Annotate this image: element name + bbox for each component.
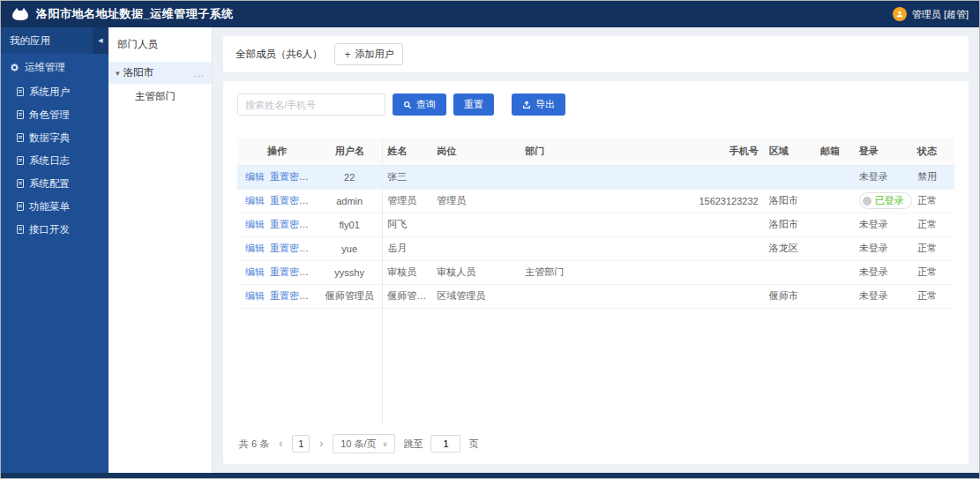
column-header: 操作 [237, 138, 317, 165]
user-table-card: 查询 重置 导出 [223, 81, 969, 464]
column-header: 姓名 [382, 138, 431, 165]
cell-phone [662, 236, 764, 260]
ops-section-label: 运维管理 [25, 61, 65, 74]
delete-link[interactable]: 删除 [314, 290, 317, 301]
edit-link[interactable]: 编辑 [245, 195, 265, 206]
reset-button-label: 重置 [464, 98, 483, 111]
delete-link[interactable]: 删除 [314, 171, 317, 182]
caret-down-icon[interactable]: ▾ [116, 69, 120, 78]
sidebar: 我的应用 ◀ 运维管理 系统用户角色管理数据字典系统日志系统配置功能菜单接口开发 [1, 27, 108, 473]
cell-phone [662, 260, 764, 284]
reset-password-link[interactable]: 重置密码 [270, 195, 309, 206]
sidebar-section-ops-management[interactable]: 运维管理 [1, 54, 108, 80]
sidebar-item-2[interactable]: 数据字典 [1, 126, 108, 149]
delete-link[interactable]: 删除 [314, 243, 317, 253]
search-toolbar: 查询 重置 导出 [237, 94, 954, 116]
reset-password-link[interactable]: 重置密码 [270, 243, 309, 253]
sidebar-item-label: 系统用户 [29, 86, 70, 99]
sidebar-item-3[interactable]: 系统日志 [1, 149, 108, 172]
sidebar-item-0[interactable]: 系统用户 [1, 80, 108, 103]
cell-post: 管理员 [431, 189, 520, 213]
sidebar-item-label: 接口开发 [29, 223, 70, 236]
page-size-select[interactable]: 10 条/页 ∨ [333, 434, 395, 453]
cell-email [815, 284, 854, 308]
column-header: 岗位 [431, 138, 520, 165]
sidebar-item-5[interactable]: 功能菜单 [1, 195, 108, 218]
next-page-button[interactable]: › [318, 438, 325, 450]
tree-node-dept[interactable]: 主管部门 [108, 84, 212, 109]
tree-node-city[interactable]: ▾ 洛阳市 ... [108, 62, 212, 84]
department-panel: 部门人员 ▾ 洛阳市 ... 主管部门 [108, 27, 213, 473]
query-button[interactable]: 查询 [393, 94, 446, 116]
cell-login: 未登录 [854, 236, 912, 260]
prev-page-button[interactable]: ‹ [277, 438, 284, 450]
cell-dept [520, 165, 661, 189]
cell-dept [520, 284, 661, 308]
delete-link[interactable]: 删除 [314, 266, 317, 277]
search-input[interactable] [237, 94, 385, 116]
sidebar-item-label: 角色管理 [29, 109, 70, 122]
edit-link[interactable]: 编辑 [245, 171, 265, 182]
add-user-button[interactable]: + 添加用户 [334, 43, 403, 65]
table-container: 操作用户名姓名岗位部门手机号区域邮箱登录状态 编辑重置密码删除22张三未登录禁用… [237, 138, 954, 425]
sidebar-item-label: 功能菜单 [29, 200, 70, 213]
total-count-label: 共 6 条 [239, 438, 269, 451]
cell-username: 22 [317, 165, 382, 189]
document-icon [17, 225, 24, 234]
cell-status: 禁用 [912, 165, 954, 189]
tree-node-city-label: 洛阳市 [123, 66, 154, 79]
reset-password-link[interactable]: 重置密码 [270, 219, 309, 229]
user-menu[interactable]: 管理员 [超管] [893, 7, 969, 21]
cell-username: 偃师管理员 [317, 284, 382, 308]
edit-link[interactable]: 编辑 [245, 219, 265, 229]
members-count-label: 全部成员（共6人） [236, 48, 322, 61]
sidebar-item-4[interactable]: 系统配置 [1, 172, 108, 195]
column-header: 状态 [912, 138, 954, 165]
avatar [893, 7, 907, 21]
reset-password-link[interactable]: 重置密码 [270, 290, 309, 301]
reset-password-link[interactable]: 重置密码 [270, 266, 309, 277]
login-toggle[interactable]: 已登录 [859, 192, 912, 209]
cell-status: 正常 [912, 284, 954, 308]
jump-label: 跳至 [403, 438, 423, 451]
sidebar-item-6[interactable]: 接口开发 [1, 218, 108, 241]
app-logo-icon [11, 7, 29, 21]
cell-username: yue [317, 236, 382, 260]
more-options-icon[interactable]: ... [193, 68, 205, 79]
cell-email [815, 236, 854, 260]
page-number-button[interactable]: 1 [292, 435, 310, 453]
export-button[interactable]: 导出 [512, 94, 565, 116]
cell-email [815, 165, 854, 189]
edit-link[interactable]: 编辑 [245, 290, 265, 301]
cell-dept [520, 213, 661, 236]
cell-name: 岳月 [382, 236, 431, 260]
edit-link[interactable]: 编辑 [245, 266, 265, 277]
cell-login: 未登录 [854, 213, 912, 236]
jump-page-input[interactable] [430, 435, 460, 453]
cell-actions: 编辑重置密码删除 [237, 260, 317, 284]
document-icon [17, 110, 24, 119]
cell-post [431, 236, 520, 260]
app-window: 洛阳市地名地址数据_运维管理子系统 管理员 [超管] 我的应用 ◀ 运维管理 系… [0, 0, 980, 479]
reset-button[interactable]: 重置 [453, 94, 494, 116]
cell-login: 未登录 [854, 260, 912, 284]
edit-link[interactable]: 编辑 [245, 243, 265, 253]
reset-password-link[interactable]: 重置密码 [270, 171, 309, 182]
cell-actions: 编辑重置密码删除 [237, 165, 317, 189]
document-icon [17, 87, 24, 96]
cell-login: 未登录 [854, 165, 912, 189]
sidebar-my-apps[interactable]: 我的应用 ◀ [1, 27, 108, 54]
export-icon [522, 101, 531, 109]
query-button-label: 查询 [416, 98, 436, 111]
delete-link[interactable]: 删除 [314, 219, 317, 229]
collapse-sidebar-icon[interactable]: ◀ [93, 27, 108, 54]
cell-phone [662, 165, 764, 189]
members-toolbar: 全部成员（共6人） + 添加用户 [223, 36, 969, 72]
sidebar-item-label: 系统配置 [29, 177, 70, 191]
document-icon [17, 156, 24, 165]
sidebar-item-label: 系统日志 [29, 154, 70, 168]
delete-link[interactable]: 删除 [314, 195, 317, 206]
sidebar-item-1[interactable]: 角色管理 [1, 103, 108, 126]
cell-login: 未登录 [854, 284, 912, 308]
cell-login: 已登录 [854, 189, 912, 213]
